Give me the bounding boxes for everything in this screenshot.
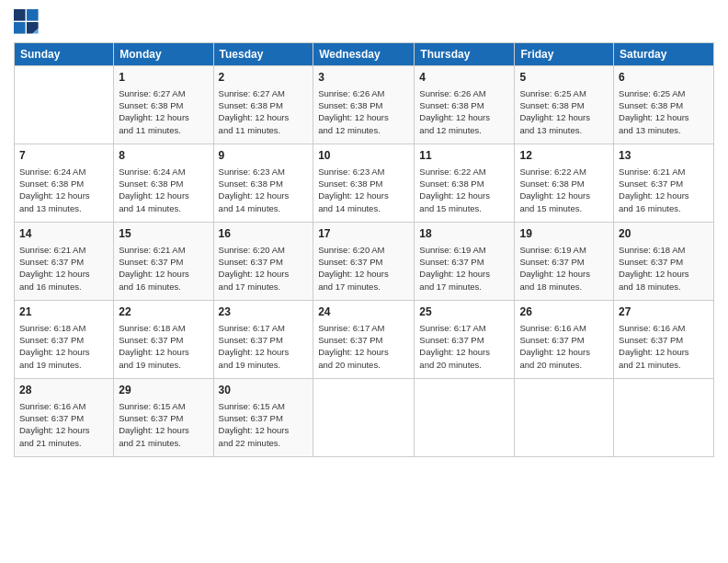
day-number: 21	[19, 304, 108, 320]
calendar-cell: 17Sunrise: 6:20 AM Sunset: 6:37 PM Dayli…	[313, 223, 415, 301]
header-row: SundayMondayTuesdayWednesdayThursdayFrid…	[15, 43, 714, 66]
day-info: Sunrise: 6:18 AM Sunset: 6:37 PM Dayligh…	[19, 322, 108, 371]
day-number: 11	[419, 148, 509, 164]
calendar-cell: 20Sunrise: 6:18 AM Sunset: 6:37 PM Dayli…	[614, 223, 714, 301]
calendar-cell: 14Sunrise: 6:21 AM Sunset: 6:37 PM Dayli…	[15, 223, 114, 301]
calendar-cell: 28Sunrise: 6:16 AM Sunset: 6:37 PM Dayli…	[15, 379, 114, 457]
day-number: 17	[318, 226, 409, 242]
day-number: 3	[318, 70, 409, 86]
day-info: Sunrise: 6:16 AM Sunset: 6:37 PM Dayligh…	[619, 322, 709, 371]
day-info: Sunrise: 6:17 AM Sunset: 6:37 PM Dayligh…	[419, 322, 509, 371]
calendar-cell: 29Sunrise: 6:15 AM Sunset: 6:37 PM Dayli…	[114, 379, 213, 457]
calendar-cell	[614, 379, 714, 457]
svg-rect-2	[14, 22, 26, 34]
day-number: 25	[419, 304, 509, 320]
day-info: Sunrise: 6:16 AM Sunset: 6:37 PM Dayligh…	[19, 400, 108, 449]
day-number: 15	[119, 226, 208, 242]
day-number: 24	[318, 304, 409, 320]
day-number: 22	[119, 304, 208, 320]
day-info: Sunrise: 6:25 AM Sunset: 6:38 PM Dayligh…	[519, 87, 609, 136]
week-row-4: 21Sunrise: 6:18 AM Sunset: 6:37 PM Dayli…	[15, 301, 714, 379]
day-number: 12	[519, 148, 609, 164]
calendar-cell: 27Sunrise: 6:16 AM Sunset: 6:37 PM Dayli…	[614, 301, 714, 379]
page: SundayMondayTuesdayWednesdayThursdayFrid…	[0, 0, 728, 563]
day-number: 23	[219, 304, 309, 320]
calendar-cell: 4Sunrise: 6:26 AM Sunset: 6:38 PM Daylig…	[415, 66, 515, 144]
day-info: Sunrise: 6:21 AM Sunset: 6:37 PM Dayligh…	[619, 166, 709, 214]
calendar-cell: 6Sunrise: 6:25 AM Sunset: 6:38 PM Daylig…	[614, 66, 714, 144]
day-info: Sunrise: 6:15 AM Sunset: 6:37 PM Dayligh…	[119, 400, 208, 449]
day-number: 20	[619, 226, 709, 242]
day-info: Sunrise: 6:20 AM Sunset: 6:37 PM Dayligh…	[318, 244, 409, 293]
svg-rect-0	[14, 9, 26, 21]
day-info: Sunrise: 6:19 AM Sunset: 6:37 PM Dayligh…	[419, 244, 509, 293]
calendar-cell: 26Sunrise: 6:16 AM Sunset: 6:37 PM Dayli…	[515, 301, 614, 379]
day-info: Sunrise: 6:20 AM Sunset: 6:37 PM Dayligh…	[219, 244, 309, 293]
day-number: 30	[219, 383, 309, 398]
svg-rect-1	[27, 9, 39, 21]
calendar-table: SundayMondayTuesdayWednesdayThursdayFrid…	[14, 42, 714, 457]
col-header-saturday: Saturday	[614, 43, 714, 66]
calendar-cell: 16Sunrise: 6:20 AM Sunset: 6:37 PM Dayli…	[213, 223, 313, 301]
day-number: 8	[119, 148, 208, 164]
calendar-cell: 12Sunrise: 6:22 AM Sunset: 6:38 PM Dayli…	[515, 144, 614, 223]
day-info: Sunrise: 6:21 AM Sunset: 6:37 PM Dayligh…	[119, 244, 208, 293]
day-info: Sunrise: 6:26 AM Sunset: 6:38 PM Dayligh…	[318, 87, 409, 136]
day-number: 26	[519, 304, 609, 320]
day-info: Sunrise: 6:23 AM Sunset: 6:38 PM Dayligh…	[318, 166, 409, 214]
day-number: 9	[219, 148, 309, 164]
day-info: Sunrise: 6:18 AM Sunset: 6:37 PM Dayligh…	[119, 322, 208, 371]
day-info: Sunrise: 6:23 AM Sunset: 6:38 PM Dayligh…	[219, 166, 309, 214]
calendar-cell: 24Sunrise: 6:17 AM Sunset: 6:37 PM Dayli…	[313, 301, 415, 379]
calendar-cell: 3Sunrise: 6:26 AM Sunset: 6:38 PM Daylig…	[313, 66, 415, 144]
day-info: Sunrise: 6:19 AM Sunset: 6:37 PM Dayligh…	[519, 244, 609, 293]
day-number: 29	[119, 383, 208, 398]
calendar-cell: 18Sunrise: 6:19 AM Sunset: 6:37 PM Dayli…	[415, 223, 515, 301]
calendar-cell: 8Sunrise: 6:24 AM Sunset: 6:38 PM Daylig…	[114, 144, 213, 223]
calendar-cell: 11Sunrise: 6:22 AM Sunset: 6:38 PM Dayli…	[415, 144, 515, 223]
day-number: 1	[119, 70, 208, 86]
day-number: 2	[219, 70, 309, 86]
day-number: 18	[419, 226, 509, 242]
calendar-cell	[415, 379, 515, 457]
day-number: 19	[519, 226, 609, 242]
col-header-sunday: Sunday	[15, 43, 114, 66]
calendar-cell: 21Sunrise: 6:18 AM Sunset: 6:37 PM Dayli…	[15, 301, 114, 379]
col-header-tuesday: Tuesday	[213, 43, 313, 66]
day-number: 6	[619, 70, 709, 86]
logo	[14, 9, 43, 35]
col-header-wednesday: Wednesday	[313, 43, 415, 66]
day-number: 14	[19, 226, 108, 242]
calendar-cell: 9Sunrise: 6:23 AM Sunset: 6:38 PM Daylig…	[213, 144, 313, 223]
week-row-2: 7Sunrise: 6:24 AM Sunset: 6:38 PM Daylig…	[15, 144, 714, 223]
header	[14, 9, 714, 35]
calendar-cell: 10Sunrise: 6:23 AM Sunset: 6:38 PM Dayli…	[313, 144, 415, 223]
day-number: 10	[318, 148, 409, 164]
calendar-cell	[15, 66, 114, 144]
day-number: 16	[219, 226, 309, 242]
day-info: Sunrise: 6:27 AM Sunset: 6:38 PM Dayligh…	[219, 87, 309, 136]
week-row-5: 28Sunrise: 6:16 AM Sunset: 6:37 PM Dayli…	[15, 379, 714, 457]
col-header-thursday: Thursday	[415, 43, 515, 66]
calendar-cell: 7Sunrise: 6:24 AM Sunset: 6:38 PM Daylig…	[15, 144, 114, 223]
week-row-1: 1Sunrise: 6:27 AM Sunset: 6:38 PM Daylig…	[15, 66, 714, 144]
calendar-cell: 5Sunrise: 6:25 AM Sunset: 6:38 PM Daylig…	[515, 66, 614, 144]
calendar-cell: 19Sunrise: 6:19 AM Sunset: 6:37 PM Dayli…	[515, 223, 614, 301]
calendar-cell: 30Sunrise: 6:15 AM Sunset: 6:37 PM Dayli…	[213, 379, 313, 457]
calendar-cell: 2Sunrise: 6:27 AM Sunset: 6:38 PM Daylig…	[213, 66, 313, 144]
day-number: 7	[19, 148, 108, 164]
day-number: 4	[419, 70, 509, 86]
day-number: 27	[619, 304, 709, 320]
calendar-cell: 1Sunrise: 6:27 AM Sunset: 6:38 PM Daylig…	[114, 66, 213, 144]
day-number: 13	[619, 148, 709, 164]
calendar-cell: 13Sunrise: 6:21 AM Sunset: 6:37 PM Dayli…	[614, 144, 714, 223]
day-info: Sunrise: 6:16 AM Sunset: 6:37 PM Dayligh…	[519, 322, 609, 371]
calendar-cell: 25Sunrise: 6:17 AM Sunset: 6:37 PM Dayli…	[415, 301, 515, 379]
col-header-friday: Friday	[515, 43, 614, 66]
day-info: Sunrise: 6:25 AM Sunset: 6:38 PM Dayligh…	[619, 87, 709, 136]
calendar-cell: 23Sunrise: 6:17 AM Sunset: 6:37 PM Dayli…	[213, 301, 313, 379]
day-info: Sunrise: 6:22 AM Sunset: 6:38 PM Dayligh…	[419, 166, 509, 214]
day-info: Sunrise: 6:18 AM Sunset: 6:37 PM Dayligh…	[619, 244, 709, 293]
col-header-monday: Monday	[114, 43, 213, 66]
day-info: Sunrise: 6:22 AM Sunset: 6:38 PM Dayligh…	[519, 166, 609, 214]
